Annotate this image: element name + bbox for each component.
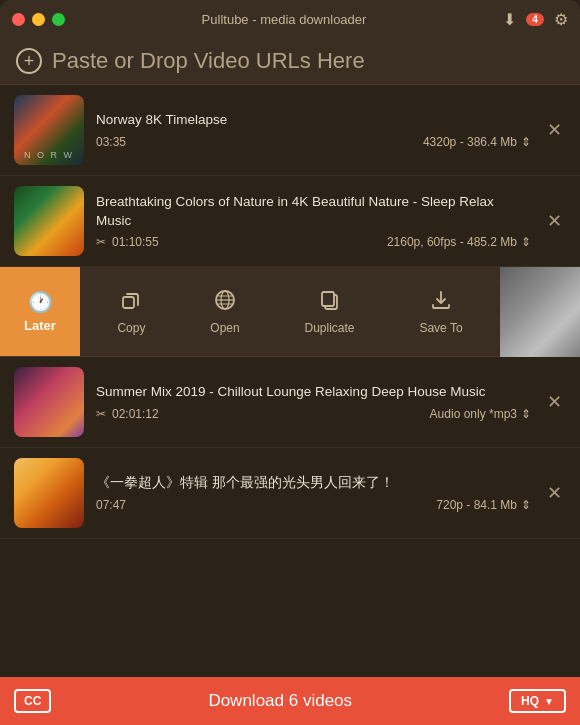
- save-to-action[interactable]: Save To: [411, 281, 470, 343]
- download-icon[interactable]: ⬇: [503, 10, 516, 29]
- duplicate-label: Duplicate: [305, 321, 355, 335]
- video-item-nature: Breathtaking Colors of Nature in 4K Beau…: [0, 176, 580, 267]
- video-meta-nature: ✂ 01:10:55 2160p, 60fps - 485.2 Mb ⇕: [96, 235, 531, 249]
- video-meta-norway: 03:35 4320p - 386.4 Mb ⇕: [96, 135, 531, 149]
- video-quality-anime: 720p - 84.1 Mb ⇕: [436, 498, 531, 512]
- video-meta-anime: 07:47 720p - 84.1 Mb ⇕: [96, 498, 531, 512]
- settings-icon[interactable]: ⚙: [554, 10, 568, 29]
- minimize-traffic-light[interactable]: [32, 13, 45, 26]
- save-to-label: Save To: [419, 321, 462, 335]
- video-thumb-music: [14, 367, 84, 437]
- duplicate-action[interactable]: Duplicate: [297, 281, 363, 343]
- video-duration-nature: 01:10:55: [112, 235, 159, 249]
- url-placeholder[interactable]: Paste or Drop Video URLs Here: [52, 48, 365, 74]
- video-info-nature: Breathtaking Colors of Nature in 4K Beau…: [96, 193, 531, 248]
- context-thumb-image: [500, 267, 580, 357]
- thumb-norway-label: N O R W: [14, 150, 84, 160]
- later-label: Later: [24, 318, 56, 333]
- duplicate-icon: [319, 289, 341, 316]
- video-title-norway: Norway 8K Timelapse: [96, 111, 531, 129]
- video-duration-music: 02:01:12: [112, 407, 159, 421]
- later-clock-icon: 🕐: [28, 290, 53, 314]
- close-music[interactable]: ✕: [543, 387, 566, 417]
- url-bar: + Paste or Drop Video URLs Here: [0, 38, 580, 85]
- video-title-music: Summer Mix 2019 - Chillout Lounge Relaxi…: [96, 383, 531, 401]
- close-traffic-light[interactable]: [12, 13, 25, 26]
- close-anime[interactable]: ✕: [543, 478, 566, 508]
- copy-action[interactable]: Copy: [109, 281, 153, 343]
- quality-arrows-anime[interactable]: ⇕: [521, 498, 531, 512]
- fullscreen-traffic-light[interactable]: [52, 13, 65, 26]
- context-menu-row: 🕐 Later Copy Open: [0, 267, 580, 357]
- quality-arrows-norway[interactable]: ⇕: [521, 135, 531, 149]
- open-icon: [214, 289, 236, 316]
- copy-icon: [120, 289, 142, 316]
- title-bar: Pulltube - media downloader ⬇ 4 ⚙: [0, 0, 580, 38]
- close-nature[interactable]: ✕: [543, 206, 566, 236]
- app-title: Pulltube - media downloader: [65, 12, 503, 27]
- video-duration-norway: 03:35: [96, 135, 126, 149]
- video-duration-anime: 07:47: [96, 498, 126, 512]
- video-item-music: Summer Mix 2019 - Chillout Lounge Relaxi…: [0, 357, 580, 448]
- later-button[interactable]: 🕐 Later: [0, 267, 80, 356]
- save-to-icon: [430, 289, 452, 316]
- hq-button[interactable]: HQ ▼: [509, 689, 566, 713]
- video-thumb-norway: N O R W: [14, 95, 84, 165]
- svg-rect-0: [123, 297, 134, 308]
- cut-icon-music: ✂: [96, 407, 106, 421]
- svg-rect-5: [322, 292, 334, 306]
- video-title-anime: 《一拳超人》特辑 那个最强的光头男人回来了！: [96, 474, 531, 492]
- close-norway[interactable]: ✕: [543, 115, 566, 145]
- video-info-anime: 《一拳超人》特辑 那个最强的光头男人回来了！ 07:47 720p - 84.1…: [96, 474, 531, 511]
- cc-button[interactable]: CC: [14, 689, 51, 713]
- context-thumb: [500, 267, 580, 357]
- download-badge: 4: [526, 13, 544, 26]
- video-info-music: Summer Mix 2019 - Chillout Lounge Relaxi…: [96, 383, 531, 420]
- video-quality-music: Audio only *mp3 ⇕: [430, 407, 531, 421]
- title-bar-right: ⬇ 4 ⚙: [503, 10, 568, 29]
- video-meta-music: ✂ 02:01:12 Audio only *mp3 ⇕: [96, 407, 531, 421]
- open-action[interactable]: Open: [202, 281, 247, 343]
- quality-arrows-music[interactable]: ⇕: [521, 407, 531, 421]
- copy-label: Copy: [117, 321, 145, 335]
- cut-icon-nature: ✂: [96, 235, 106, 249]
- video-title-nature: Breathtaking Colors of Nature in 4K Beau…: [96, 193, 531, 229]
- video-item-anime: 《一拳超人》特辑 那个最强的光头男人回来了！ 07:47 720p - 84.1…: [0, 448, 580, 539]
- video-quality-nature: 2160p, 60fps - 485.2 Mb ⇕: [387, 235, 531, 249]
- add-url-button[interactable]: +: [16, 48, 42, 74]
- video-thumb-nature: [14, 186, 84, 256]
- context-actions: Copy Open Duplicate: [80, 267, 500, 356]
- open-label: Open: [210, 321, 239, 335]
- download-button[interactable]: Download 6 videos: [208, 691, 352, 711]
- bottom-bar: CC Download 6 videos HQ ▼: [0, 677, 580, 725]
- video-item-norway: N O R W Norway 8K Timelapse 03:35 4320p …: [0, 85, 580, 176]
- video-thumb-anime: [14, 458, 84, 528]
- hq-dropdown-arrow-icon: ▼: [544, 696, 554, 707]
- video-info-norway: Norway 8K Timelapse 03:35 4320p - 386.4 …: [96, 111, 531, 148]
- traffic-lights: [12, 13, 65, 26]
- quality-arrows-nature[interactable]: ⇕: [521, 235, 531, 249]
- video-quality-norway: 4320p - 386.4 Mb ⇕: [423, 135, 531, 149]
